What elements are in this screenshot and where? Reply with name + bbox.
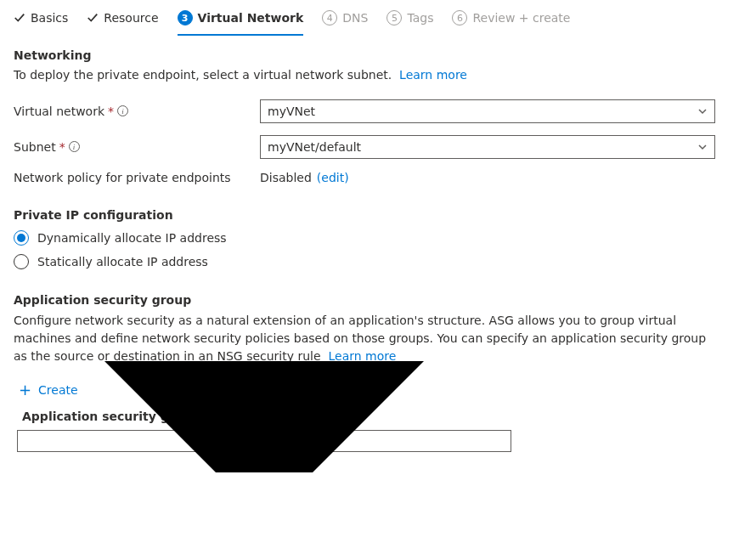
required-asterisk: * xyxy=(59,140,65,154)
section-title: Networking xyxy=(14,48,742,62)
tab-tags[interactable]: 5 Tags xyxy=(386,10,433,36)
check-icon xyxy=(87,12,99,24)
tab-basics[interactable]: Basics xyxy=(14,11,68,35)
row-virtual-network: Virtual network * i myVNet xyxy=(14,99,742,123)
tab-label: Virtual Network xyxy=(198,11,304,25)
tab-label: Basics xyxy=(31,11,68,25)
edit-policy-link[interactable]: edit xyxy=(321,171,344,184)
chevron-down-icon xyxy=(697,106,708,116)
step-number-icon: 3 xyxy=(178,10,193,25)
row-network-policy: Network policy for private endpoints Dis… xyxy=(14,171,742,184)
helper-text: To deploy the private endpoint, select a… xyxy=(14,67,742,84)
network-policy-value: Disabled (edit) xyxy=(260,171,349,184)
learn-more-link[interactable]: Learn more xyxy=(399,68,467,82)
tab-review-create[interactable]: 6 Review + create xyxy=(452,10,570,36)
subnet-select[interactable]: myVNet/default xyxy=(260,135,715,159)
tab-resource[interactable]: Resource xyxy=(87,11,158,35)
row-subnet: Subnet * i myVNet/default xyxy=(14,135,742,159)
section-networking: Networking To deploy the private endpoin… xyxy=(14,48,742,184)
form-content: Networking To deploy the private endpoin… xyxy=(0,37,756,472)
virtual-network-select[interactable]: myVNet xyxy=(260,99,715,123)
select-value: myVNet xyxy=(268,105,315,118)
step-number-icon: 5 xyxy=(386,10,402,25)
asg-select[interactable] xyxy=(17,430,511,452)
select-value: myVNet/default xyxy=(268,140,361,154)
field-label: Subnet * i xyxy=(14,140,260,154)
info-icon[interactable]: i xyxy=(117,105,128,116)
tab-dns[interactable]: 4 DNS xyxy=(322,10,368,36)
tab-label: Review + create xyxy=(472,11,570,25)
field-label: Virtual network * i xyxy=(14,105,260,118)
step-number-icon: 6 xyxy=(452,10,467,25)
tab-label: Resource xyxy=(104,11,158,25)
section-asg: Application security group Configure net… xyxy=(14,293,742,452)
tab-virtual-network[interactable]: 3 Virtual Network xyxy=(178,10,304,36)
chevron-down-icon xyxy=(697,142,708,152)
tab-label: DNS xyxy=(342,11,368,25)
tab-label: Tags xyxy=(407,11,433,25)
chevron-down-icon xyxy=(25,201,504,472)
check-icon xyxy=(14,12,25,24)
step-number-icon: 4 xyxy=(322,10,337,25)
required-asterisk: * xyxy=(108,105,114,118)
info-icon[interactable]: i xyxy=(69,141,80,152)
field-label: Network policy for private endpoints xyxy=(14,171,260,184)
wizard-tabs: Basics Resource 3 Virtual Network 4 DNS … xyxy=(0,0,756,37)
